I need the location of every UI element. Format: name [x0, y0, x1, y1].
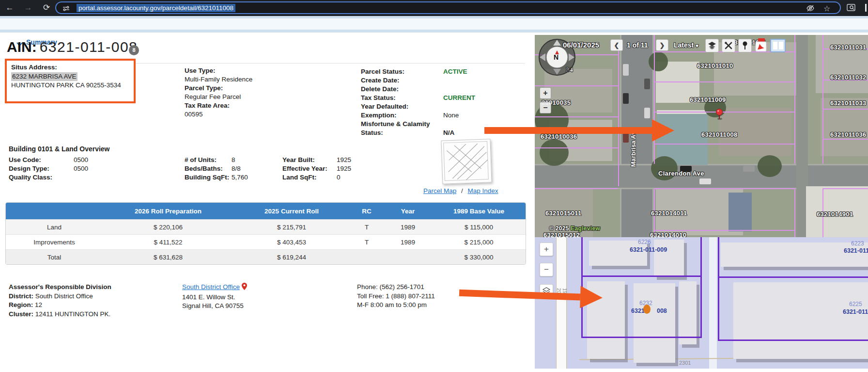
responsible-division-block: Assessor's Responsible Division District…	[9, 283, 111, 319]
side-search-icon[interactable]	[847, 3, 855, 11]
building-sqft-label: Building SqFt:	[185, 173, 229, 182]
pdf-export-icon[interactable]	[755, 38, 767, 54]
gis-apn-right: 008	[657, 307, 667, 314]
misfortune-value: N/A	[443, 129, 454, 137]
create-date-label: Create Date:	[361, 76, 400, 85]
latest-dropdown[interactable]: Latest ▾	[674, 41, 698, 49]
use-type-label: Use Type:	[185, 66, 216, 75]
summary-section-header[interactable]: Summary	[0, 18, 868, 30]
cluster-value: 12411 HUNTINGTON PK.	[35, 310, 111, 318]
gis-zoom-in-button[interactable]: +	[540, 243, 553, 256]
car	[699, 178, 711, 184]
misfortune-label-2: Status:	[361, 129, 383, 137]
design-type-label: Design Type:	[9, 164, 49, 173]
gis-building	[679, 281, 697, 344]
forward-icon[interactable]: →	[22, 2, 34, 14]
prev-image-button[interactable]: ❮	[610, 39, 623, 51]
tree	[649, 52, 668, 71]
land-2026: $ 220,106	[103, 224, 233, 231]
page-band-bottom	[0, 30, 868, 32]
map-copyright: © 2025 Eagleview	[549, 225, 600, 232]
browser-toolbar: ← → ⟳ portal.assessor.lacounty.gov/parce…	[0, 0, 868, 16]
subject-gis-building	[634, 283, 675, 363]
parcel-label: 6321011031	[830, 44, 867, 51]
tax-status-value: CURRENT	[443, 94, 475, 102]
table-row: Total $ 631,628 $ 619,244 $ 330,000	[6, 249, 526, 264]
parcel-label: 6321011032	[830, 74, 867, 81]
improvements-rc: T	[350, 239, 384, 246]
reload-icon[interactable]: ⟳	[41, 2, 52, 14]
effective-year-value: 1925	[337, 164, 351, 173]
office-hours: M-F 8:00 am to 5:00 pm	[357, 301, 435, 310]
link-separator: /	[461, 187, 463, 194]
total-2026: $ 631,628	[103, 254, 233, 261]
hide-eye-icon[interactable]	[806, 4, 815, 12]
land-rc: T	[350, 224, 384, 231]
tools-button[interactable]	[722, 39, 735, 52]
tax-rate-area-value: 00595	[185, 110, 203, 119]
year-built-label: Year Built:	[282, 156, 315, 164]
parcel-label: 6321011036	[830, 131, 867, 138]
parcel-map-link[interactable]: Parcel Map	[423, 187, 456, 194]
delete-date-label: Delete Date:	[361, 85, 399, 94]
parcel-status-value: ACTIVE	[443, 67, 467, 76]
year-defaulted-label: Year Defaulted:	[361, 102, 408, 111]
total-2025: $ 619,244	[233, 254, 350, 261]
office-phone: Phone: (562) 256-1701	[357, 283, 435, 292]
table-header-row: 2026 Roll Preparation 2025 Current Roll …	[6, 203, 526, 219]
use-code-label: Use Code:	[9, 156, 41, 164]
split-view-button[interactable]	[770, 39, 786, 52]
header-year: Year	[384, 208, 432, 215]
division-title: Assessor's Responsible Division	[9, 283, 111, 292]
back-icon[interactable]: ←	[4, 2, 16, 14]
building-overview-title: Building 0101 & Land Overview	[9, 145, 110, 154]
gis-boundary	[718, 276, 868, 278]
aerial-zoom-out-button[interactable]: −	[540, 102, 551, 113]
parcel-label: 6321011033	[830, 99, 867, 107]
land-sqft-value: 0	[337, 173, 341, 182]
header-1989-base: 1989 Base Value	[432, 208, 526, 215]
gis-house-number: 6223	[851, 240, 864, 247]
improvements-year: 1989	[384, 239, 432, 246]
office-link[interactable]: South District Office	[182, 283, 240, 291]
bookmark-star-icon[interactable]: ☆	[823, 4, 832, 12]
exemption-label: Exemption:	[361, 111, 397, 120]
units-value: 8	[232, 156, 235, 164]
annotation-arrow-aerial	[484, 119, 676, 142]
situs-line1: 6232 MARBRISA AVE	[11, 72, 78, 81]
copyright-year: © 2025	[549, 225, 569, 232]
gis-boundary	[718, 340, 868, 341]
next-image-button[interactable]: ❯	[656, 39, 668, 51]
assessment-value-table: 2026 Roll Preparation 2025 Current Roll …	[5, 202, 526, 265]
location-pin-icon	[242, 284, 247, 291]
parcel-line	[794, 35, 795, 164]
parcel-line	[654, 188, 795, 189]
annotation-arrow-gis	[459, 282, 604, 309]
improvements-2026: $ 411,522	[103, 239, 233, 246]
parcel-map-thumbnail[interactable]	[441, 139, 492, 184]
parcel-label: 6321011010	[697, 62, 733, 69]
quality-class-label: Quality Class:	[9, 173, 52, 182]
header-rc: RC	[350, 208, 384, 215]
units-label: # of Units:	[185, 156, 217, 164]
parcel-line	[654, 112, 795, 113]
aerial-zoom-in-button[interactable]: +	[540, 87, 551, 99]
year-built-value: 1925	[337, 156, 351, 164]
map-index-link[interactable]: Map Index	[468, 187, 498, 194]
extension-icon-partial[interactable]	[865, 4, 867, 12]
parcel-label: 6321015011	[545, 210, 582, 217]
car	[623, 64, 629, 76]
gis-boundary	[581, 275, 702, 277]
parcel-type-value: Regular Fee Parcel	[185, 93, 241, 101]
office-address-1: 1401 E. Willow St.	[182, 293, 247, 302]
street-name-clarendon: Clarendon Ave	[658, 170, 704, 177]
url-text[interactable]: portal.assessor.lacounty.gov/parceldetai…	[77, 4, 235, 12]
gis-zoom-out-button[interactable]: −	[540, 263, 553, 276]
layers-button[interactable]	[705, 39, 719, 52]
pushpin-button[interactable]	[738, 39, 752, 52]
address-bar[interactable]: portal.assessor.lacounty.gov/parceldetai…	[55, 1, 841, 14]
site-info-icon[interactable]	[62, 5, 71, 13]
subject-parcel-dot	[643, 305, 651, 314]
parcel-label: 6321011009	[690, 96, 726, 103]
use-type-value: Multi-Family Residence	[185, 75, 252, 84]
